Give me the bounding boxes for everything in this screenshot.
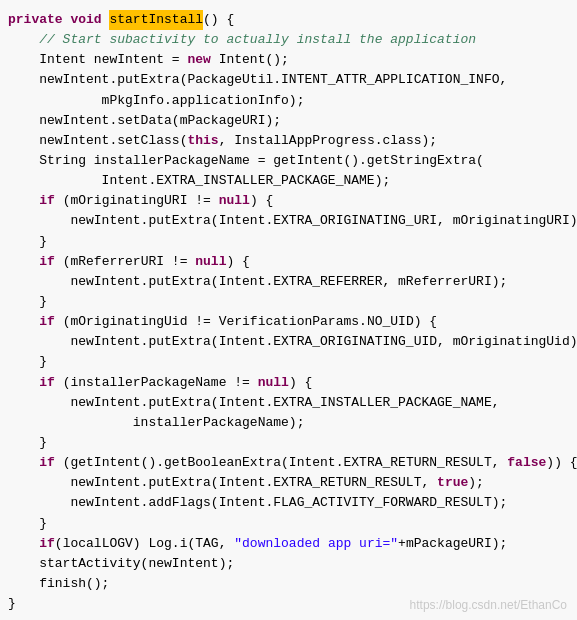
code-line: private void startInstall() { [0, 10, 577, 30]
token-plain: () { [203, 10, 234, 30]
token-plain: newIntent.addFlags(Intent.FLAG_ACTIVITY_… [8, 493, 507, 513]
code-block: private void startInstall() { // Start s… [0, 0, 577, 620]
token-kw: false [507, 453, 546, 473]
token-plain: finish(); [8, 574, 109, 594]
code-line: newIntent.putExtra(Intent.EXTRA_INSTALLE… [0, 393, 577, 413]
token-plain: newIntent.setClass( [8, 131, 187, 151]
token-plain [8, 252, 39, 272]
code-line: } [0, 232, 577, 252]
code-line: installerPackageName); [0, 413, 577, 433]
code-line: String installerPackageName = getIntent(… [0, 151, 577, 171]
code-line: } [0, 292, 577, 312]
token-plain: (mOriginatingUid != VerificationParams.N… [55, 312, 437, 332]
token-plain [8, 50, 39, 70]
token-plain: Intent.EXTRA_INSTALLER_PACKAGE_NAME); [8, 171, 390, 191]
code-line: if (mOriginatingUid != VerificationParam… [0, 312, 577, 332]
token-plain: } [8, 232, 47, 252]
token-plain [8, 191, 39, 211]
token-plain: installerPackageName); [8, 413, 304, 433]
code-line: if(localLOGV) Log.i(TAG, "downloaded app… [0, 534, 577, 554]
code-line: newIntent.setClass(this, InstallAppProgr… [0, 131, 577, 151]
code-line: newIntent.putExtra(Intent.EXTRA_RETURN_R… [0, 473, 577, 493]
code-line: } [0, 514, 577, 534]
code-line: mPkgInfo.applicationInfo); [0, 91, 577, 111]
code-line: newIntent.putExtra(Intent.EXTRA_REFERRER… [0, 272, 577, 292]
token-plain: ) { [226, 252, 249, 272]
token-kw: null [195, 252, 226, 272]
code-line: Intent.EXTRA_INSTALLER_PACKAGE_NAME); [0, 171, 577, 191]
token-kw: new [187, 50, 210, 70]
token-plain [8, 453, 39, 473]
token-plain: (localLOGV) Log.i(TAG, [55, 534, 234, 554]
code-line: newIntent.addFlags(Intent.FLAG_ACTIVITY_… [0, 493, 577, 513]
token-plain: newIntent.putExtra(PackageUtil.INTENT_AT… [8, 70, 507, 90]
token-plain: } [8, 594, 16, 614]
code-line: startActivity(newIntent); [0, 554, 577, 574]
token-kw: if [39, 534, 55, 554]
token-kw: this [187, 131, 218, 151]
token-plain: } [8, 352, 47, 372]
token-plain: newIntent.putExtra(Intent.EXTRA_ORIGINAT… [8, 211, 577, 231]
token-comment: // Start subactivity to actually install… [8, 30, 476, 50]
token-plain: )) { [546, 453, 577, 473]
token-plain: startActivity(newIntent); [8, 554, 234, 574]
token-plain: newIntent.putExtra(Intent.EXTRA_REFERRER… [8, 272, 507, 292]
code-line: newIntent.putExtra(Intent.EXTRA_ORIGINAT… [0, 211, 577, 231]
token-plain: newIntent.putExtra(Intent.EXTRA_INSTALLE… [8, 393, 499, 413]
token-kw: null [219, 191, 250, 211]
code-line: finish(); [0, 574, 577, 594]
token-kw: private void [8, 10, 109, 30]
token-kw: if [39, 312, 55, 332]
token-kw: if [39, 252, 55, 272]
token-plain: (mReferrerURI != [55, 252, 195, 272]
token-plain: (mOriginatingURI != [55, 191, 219, 211]
token-plain: ) { [289, 373, 312, 393]
token-plain [8, 373, 39, 393]
token-plain: } [8, 514, 47, 534]
token-plain: newIntent.putExtra(Intent.EXTRA_RETURN_R… [8, 473, 437, 493]
code-line: } [0, 433, 577, 453]
token-plain [8, 312, 39, 332]
token-plain: +mPackageURI); [398, 534, 507, 554]
code-line: newIntent.setData(mPackageURI); [0, 111, 577, 131]
watermark-text: https://blog.csdn.net/EthanCo [410, 598, 567, 612]
token-kw: if [39, 191, 55, 211]
token-kw: if [39, 373, 55, 393]
token-plain: newIntent.setData(mPackageURI); [8, 111, 281, 131]
token-plain: (getIntent().getBooleanExtra(Intent.EXTR… [55, 453, 507, 473]
token-plain: , InstallAppProgress.class); [219, 131, 437, 151]
token-kw: if [39, 453, 55, 473]
token-plain: String installerPackageName = getIntent(… [8, 151, 484, 171]
code-line: Intent newIntent = new Intent(); [0, 50, 577, 70]
token-plain: newIntent = [86, 50, 187, 70]
token-plain: } [8, 433, 47, 453]
code-line: if (installerPackageName != null) { [0, 373, 577, 393]
token-plain: (installerPackageName != [55, 373, 258, 393]
token-plain: ); [468, 473, 484, 493]
code-line: // Start subactivity to actually install… [0, 30, 577, 50]
token-plain [8, 534, 39, 554]
token-kw: null [258, 373, 289, 393]
token-plain: } [8, 292, 47, 312]
code-line: if (getIntent().getBooleanExtra(Intent.E… [0, 453, 577, 473]
token-plain: Intent(); [211, 50, 289, 70]
token-kw: true [437, 473, 468, 493]
token-plain: mPkgInfo.applicationInfo); [8, 91, 304, 111]
code-line: if (mOriginatingURI != null) { [0, 191, 577, 211]
code-line: newIntent.putExtra(PackageUtil.INTENT_AT… [0, 70, 577, 90]
code-line: if (mReferrerURI != null) { [0, 252, 577, 272]
token-plain: Intent [39, 50, 86, 70]
token-str: "downloaded app uri=" [234, 534, 398, 554]
token-plain: ) { [250, 191, 273, 211]
code-line: newIntent.putExtra(Intent.EXTRA_ORIGINAT… [0, 332, 577, 352]
token-plain: newIntent.putExtra(Intent.EXTRA_ORIGINAT… [8, 332, 577, 352]
code-line: } [0, 352, 577, 372]
token-fn-highlight: startInstall [109, 10, 203, 30]
